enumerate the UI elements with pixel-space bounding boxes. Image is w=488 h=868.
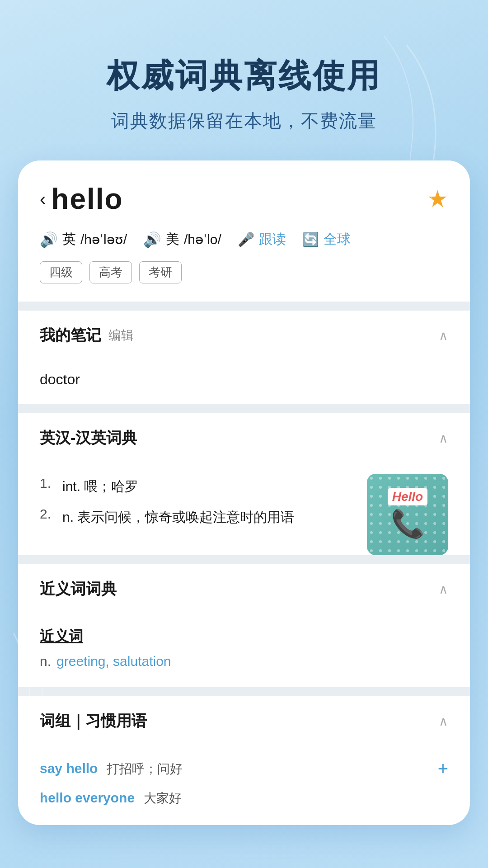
follow-read-label: 跟读 — [259, 230, 286, 249]
header-title: 权威词典离线使用 — [27, 54, 461, 98]
phrases-chevron-icon: ∧ — [439, 714, 448, 729]
synonym-words: greeting, salutation — [56, 654, 171, 669]
header-section: 权威词典离线使用 词典数据保留在本地，不费流量 — [0, 0, 488, 160]
entry-num-1: 1. — [40, 476, 62, 497]
mic-icon: 🎤 — [238, 231, 254, 247]
entry-text-2: n. 表示问候，惊奇或唤起注意时的用语 — [62, 506, 294, 528]
phrases-content: say hello 打招呼；问好 + hello everyone 大家好 — [18, 746, 470, 825]
english-chinese-section-header[interactable]: 英汉-汉英词典 ∧ — [18, 413, 470, 463]
global-button[interactable]: 🔄 全球 — [302, 230, 351, 249]
notes-section-header[interactable]: 我的笔记 编辑 ∧ — [18, 311, 470, 360]
global-icon: 🔄 — [302, 231, 319, 247]
header-subtitle: 词典数据保留在本地，不费流量 — [27, 108, 461, 133]
american-pron-button[interactable]: 🔊 美 /həˈlo/ — [143, 230, 221, 249]
hello-illustration: Hello 📞 — [367, 474, 448, 555]
synonyms-title: 近义词词典 — [40, 579, 117, 599]
notes-title: 我的笔记 — [40, 325, 101, 346]
divider-1 — [18, 302, 470, 311]
notes-content: doctor — [18, 360, 470, 404]
entry-text-1: int. 喂；哈罗 — [62, 476, 138, 497]
phrases-section-header[interactable]: 词组｜习惯用语 ∧ — [18, 696, 470, 746]
divider-3 — [18, 555, 470, 564]
favorite-star-icon[interactable]: ★ — [427, 185, 448, 212]
notes-edit-button[interactable]: 编辑 — [108, 327, 134, 344]
phrase-zh-1: 打招呼；问好 — [107, 760, 183, 778]
phrase-add-button-1[interactable]: + — [438, 759, 448, 779]
synonym-pos: n. — [40, 654, 51, 669]
phrase-left-1: say hello 打招呼；问好 — [40, 760, 438, 778]
word-display: hello — [51, 182, 123, 216]
tag-sijí: 四级 — [40, 261, 82, 283]
dictionary-content: Hello 📞 1. int. 喂；哈罗 2. n. 表示问候，惊奇或唤起注意时… — [18, 463, 470, 555]
phrase-zh-2: 大家好 — [144, 790, 182, 807]
speaker-icon-2: 🔊 — [143, 231, 161, 248]
phrase-left-2: hello everyone 大家好 — [40, 790, 448, 807]
word-back-row: ‹ hello — [40, 182, 123, 216]
synonym-row: n. greeting, salutation — [40, 654, 448, 669]
entry-num-2: 2. — [40, 506, 62, 528]
synonyms-chevron-icon: ∧ — [439, 582, 448, 597]
british-ipa: /həˈləʊ/ — [80, 231, 127, 247]
word-header: ‹ hello ★ 🔊 英 /həˈləʊ/ 🔊 美 /həˈlo/ 🎤 跟读 — [18, 160, 470, 302]
phrase-en-1[interactable]: say hello — [40, 761, 98, 776]
dictionary-card: ‹ hello ★ 🔊 英 /həˈləʊ/ 🔊 美 /həˈlo/ 🎤 跟读 — [18, 160, 470, 825]
synonyms-content: 近义词 n. greeting, salutation — [18, 614, 470, 687]
notes-chevron-icon: ∧ — [439, 328, 448, 343]
hello-illustration-container: Hello 📞 — [367, 474, 448, 555]
english-chinese-chevron-icon: ∧ — [439, 431, 448, 446]
phrases-title: 词组｜习惯用语 — [40, 711, 147, 731]
british-pron-button[interactable]: 🔊 英 /həˈləʊ/ — [40, 230, 127, 249]
tags-row: 四级 高考 考研 — [40, 261, 448, 283]
tag-kaoyan: 考研 — [139, 261, 182, 283]
phrase-row-1: say hello 打招呼；问好 + — [40, 759, 448, 779]
american-label: 美 — [166, 230, 179, 249]
pronunciation-row: 🔊 英 /həˈləʊ/ 🔊 美 /həˈlo/ 🎤 跟读 🔄 全球 — [40, 230, 448, 249]
global-label: 全球 — [324, 230, 351, 249]
tag-gaokao: 高考 — [89, 261, 132, 283]
phrase-en-2[interactable]: hello everyone — [40, 790, 135, 806]
american-ipa: /həˈlo/ — [184, 231, 221, 247]
notes-text: doctor — [40, 371, 80, 387]
speaker-icon: 🔊 — [40, 231, 58, 248]
follow-read-button[interactable]: 🎤 跟读 — [238, 230, 286, 249]
divider-2 — [18, 404, 470, 413]
divider-4 — [18, 687, 470, 696]
synonym-header-label: 近义词 — [40, 627, 448, 646]
phrase-row-2: hello everyone 大家好 — [40, 790, 448, 807]
british-label: 英 — [62, 230, 76, 249]
synonyms-section-header[interactable]: 近义词词典 ∧ — [18, 564, 470, 614]
english-chinese-title: 英汉-汉英词典 — [40, 428, 137, 448]
hello-card-label: Hello — [388, 488, 427, 505]
back-button[interactable]: ‹ — [40, 189, 46, 209]
